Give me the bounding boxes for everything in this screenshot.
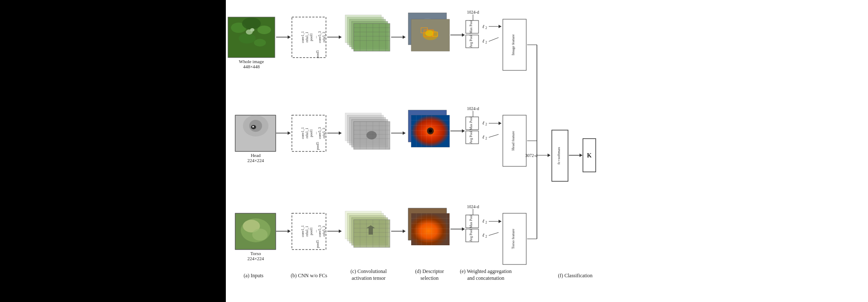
svg-marker-156 xyxy=(403,229,406,233)
svg-marker-129 xyxy=(288,229,291,233)
svg-marker-193 xyxy=(548,154,551,157)
svg-text:Avg Pool: Avg Pool xyxy=(469,35,473,48)
svg-text:Torso feature: Torso feature xyxy=(511,229,515,249)
svg-text:conv1_1: conv1_1 xyxy=(301,225,305,237)
label-aggregation-2: and concatenation xyxy=(467,275,505,281)
svg-marker-169 xyxy=(462,227,465,231)
svg-text:pool5: pool5 xyxy=(316,142,320,150)
svg-marker-55 xyxy=(499,25,502,28)
whole-image-size: 448×448 xyxy=(243,64,260,69)
svg-text:relu1_1: relu1_1 xyxy=(305,32,309,42)
svg-text:conv1_1: conv1_1 xyxy=(301,31,305,43)
svg-text:Max Pool: Max Pool xyxy=(469,116,473,130)
dim-label-2: 1024-d xyxy=(467,106,479,111)
svg-marker-37 xyxy=(403,35,406,39)
svg-text:conv5_3: conv5_3 xyxy=(318,225,322,237)
svg-text:...: ... xyxy=(314,36,317,38)
svg-text:2: 2 xyxy=(485,235,487,238)
svg-marker-78 xyxy=(339,131,342,135)
svg-text:Max Pool: Max Pool xyxy=(469,20,473,34)
diagram-svg: Whole image 448×448 conv1_1 relu1_1 pool… xyxy=(226,4,868,302)
label-cnn: (b) CNN w/o FCs xyxy=(291,273,327,279)
svg-point-8 xyxy=(250,28,254,32)
svg-text:2: 2 xyxy=(485,41,487,44)
svg-text:pool5: pool5 xyxy=(316,50,320,58)
svg-point-3 xyxy=(242,17,261,29)
svg-rect-158 xyxy=(411,213,450,245)
svg-text:ℓ: ℓ xyxy=(482,134,484,139)
svg-point-5 xyxy=(239,33,256,44)
svg-text:pool1: pool1 xyxy=(309,129,313,137)
svg-marker-95 xyxy=(403,131,406,135)
label-tensor-2: activation tensor xyxy=(352,275,386,281)
label-descriptor-2: selection xyxy=(421,275,439,281)
svg-line-122 xyxy=(489,134,499,137)
svg-text:Avg Pool: Avg Pool xyxy=(469,229,473,242)
label-aggregation-1: (e) Weighted aggregation xyxy=(460,268,511,274)
svg-text:relu1_1: relu1_1 xyxy=(305,128,309,138)
svg-text:Max Pool: Max Pool xyxy=(469,215,473,228)
svg-text:pool1: pool1 xyxy=(309,227,313,235)
svg-marker-197 xyxy=(580,154,583,157)
svg-line-181 xyxy=(489,232,499,235)
svg-text:relu5_3: relu5_3 xyxy=(322,32,326,42)
svg-point-4 xyxy=(257,26,271,34)
head-label: Head xyxy=(251,153,261,158)
svg-text:2: 2 xyxy=(485,221,487,224)
content-area: Whole image 448×448 conv1_1 relu1_1 pool… xyxy=(226,0,868,302)
svg-marker-21 xyxy=(339,35,342,39)
svg-text:relu5_3: relu5_3 xyxy=(322,128,326,138)
svg-point-108 xyxy=(429,129,432,133)
svg-text:pool1: pool1 xyxy=(309,33,313,41)
svg-marker-117 xyxy=(499,122,502,125)
label-inputs: (a) Inputs xyxy=(244,273,264,279)
k-label: K xyxy=(587,152,592,159)
svg-text:2: 2 xyxy=(485,122,487,126)
svg-marker-139 xyxy=(339,229,342,233)
svg-text:2: 2 xyxy=(485,136,487,140)
svg-text:2: 2 xyxy=(485,26,487,30)
svg-text:Image feature: Image feature xyxy=(511,34,515,55)
svg-point-6 xyxy=(254,39,266,46)
svg-point-93 xyxy=(366,131,377,139)
label-tensor-1: (c) Convolutional xyxy=(351,268,387,274)
svg-text:ℓ: ℓ xyxy=(482,232,484,238)
torso-label: Torso xyxy=(251,251,261,256)
total-dim-label: 3072-d xyxy=(525,153,537,158)
svg-text:conv5_3: conv5_3 xyxy=(318,127,322,139)
svg-text:conv5_3: conv5_3 xyxy=(318,31,322,43)
svg-text:pool5: pool5 xyxy=(316,240,320,248)
svg-point-126 xyxy=(252,229,268,241)
svg-line-60 xyxy=(489,38,499,41)
svg-marker-176 xyxy=(499,220,502,223)
svg-text:ℓ: ℓ xyxy=(482,218,484,224)
svg-marker-11 xyxy=(288,35,291,39)
svg-text:...: ... xyxy=(314,230,317,232)
svg-marker-110 xyxy=(462,129,465,133)
svg-marker-68 xyxy=(288,131,291,135)
svg-rect-26 xyxy=(354,23,390,51)
head-size: 224×224 xyxy=(247,158,264,163)
label-descriptor-1: (d) Descriptor xyxy=(415,268,444,274)
svg-text:ℓ: ℓ xyxy=(482,24,484,29)
svg-point-65 xyxy=(252,126,254,128)
svg-text:ℓ: ℓ xyxy=(482,38,484,44)
label-classification: (f) Classification xyxy=(558,273,593,279)
svg-text:relu1_1: relu1_1 xyxy=(305,226,309,236)
torso-size: 224×224 xyxy=(247,256,264,261)
svg-point-63 xyxy=(249,120,262,132)
main-container: Whole image 448×448 conv1_1 relu1_1 pool… xyxy=(0,0,868,302)
svg-text:conv1_1: conv1_1 xyxy=(301,127,305,139)
svg-text:Head feature: Head feature xyxy=(511,131,515,151)
dim-label-3: 1024-d xyxy=(467,204,479,209)
dim-label-1: 1024-d xyxy=(467,10,479,15)
whole-image-label: Whole image xyxy=(239,59,264,64)
svg-text:...: ... xyxy=(314,132,317,134)
svg-text:ℓ: ℓ xyxy=(482,120,484,125)
svg-text:fc+softmax: fc+softmax xyxy=(557,147,561,165)
svg-marker-48 xyxy=(462,33,465,37)
svg-text:Avg Pool: Avg Pool xyxy=(469,131,473,144)
black-panel xyxy=(0,0,226,302)
svg-text:relu5_3: relu5_3 xyxy=(322,226,326,236)
